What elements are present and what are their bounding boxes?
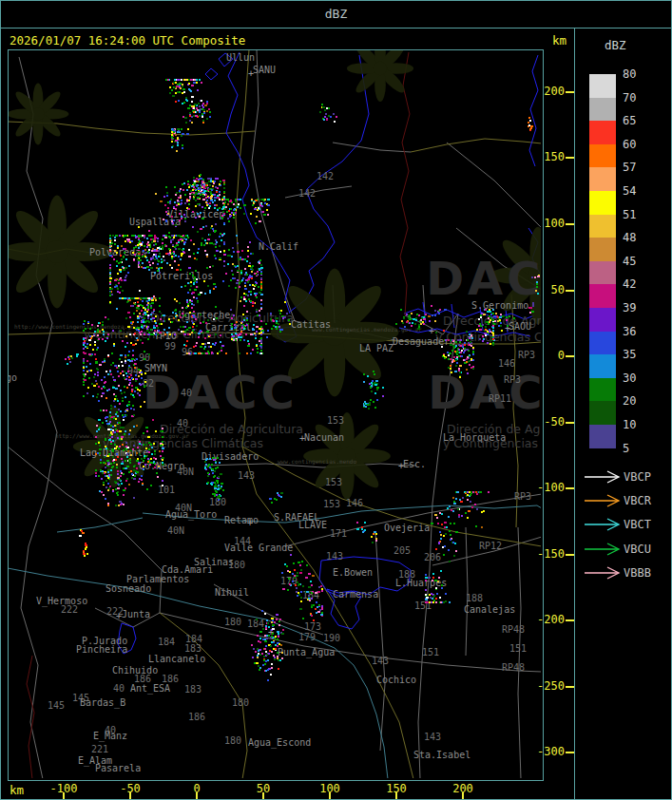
colorbar-value-label: 65: [623, 115, 655, 127]
map-place-label: Bardas_B: [80, 697, 125, 709]
radar-app-window: dBZ 2026/01/07 16:24:00 UTC Composite km…: [0, 0, 672, 800]
x-axis-tick-mark: [129, 792, 131, 799]
dacc-text-watermark: DACC: [426, 252, 541, 305]
map-place-label: Canalejas: [464, 604, 515, 615]
map-place-label: E.Bowen: [333, 567, 373, 578]
station-plus-marker: +: [247, 518, 253, 528]
map-place-label: Llancanelo: [148, 654, 205, 664]
map-route-number: 180: [224, 735, 241, 746]
map-place-label: Agua_Escond: [248, 737, 311, 749]
map-route-number: 143: [372, 656, 389, 666]
vector-legend-label: VBBB: [624, 566, 651, 580]
map-route-number: 188: [466, 593, 483, 603]
station-plus-marker: +: [398, 461, 404, 471]
map-place-label: Junta: [122, 609, 150, 619]
colorbar-title: dBZ: [605, 38, 626, 52]
map-route-number: 146: [498, 358, 515, 369]
map-route-number: 143: [326, 551, 343, 562]
right-axis-unit: km: [532, 33, 566, 48]
colorbar-value-label: 48: [623, 232, 655, 244]
map-route-number: 184: [158, 637, 175, 647]
x-axis-tick-mark: [395, 792, 397, 799]
colorbar-swatch: [589, 74, 616, 98]
station-plus-marker: +: [429, 326, 434, 336]
y-axis-tick-label: 0: [532, 350, 565, 362]
colorbar-value-label: 70: [623, 92, 655, 105]
map-route-number: 40: [181, 388, 192, 398]
y-axis-tick-label: -100: [532, 482, 565, 494]
station-plus-marker: +: [505, 323, 510, 333]
x-axis-tick-mark: [196, 792, 198, 799]
dacc-logo-watermark: [303, 412, 391, 500]
colorbar-swatch: [589, 215, 616, 238]
map-boundary-line: [466, 527, 468, 656]
map-boundary-line: [205, 68, 218, 80]
map-route-number: RP12: [479, 541, 502, 551]
dacc-text-watermark: DACC: [428, 366, 541, 419]
map-route-number: 151: [422, 647, 439, 657]
bottom-axis-unit: km: [10, 783, 24, 797]
vector-legend-label: VBCU: [624, 543, 651, 556]
timestamp-text: 2026/01/07 16:24:00 UTC Composite: [10, 33, 245, 48]
station-plus-marker: +: [116, 611, 122, 621]
vector-legend-label: VBCT: [624, 518, 651, 531]
map-place-label: Retamo: [224, 515, 259, 525]
map-route-number: 173: [304, 621, 321, 632]
map-route-number: 146: [346, 498, 363, 508]
colorbar-swatch: [589, 284, 616, 308]
map-place-label: Sta.Isabel: [413, 750, 470, 760]
vector-legend-label: VBCR: [624, 494, 651, 507]
window-title: dBZ: [0, 0, 672, 29]
y-axis-tick-mark: [566, 355, 574, 357]
map-route-number: 222: [61, 604, 78, 615]
map-place-label: La Horqueta: [443, 432, 506, 443]
vbcu-arrow-icon: [584, 543, 627, 556]
map-place-label: Ovejeria: [384, 523, 430, 533]
colorbar-value-label: 60: [623, 139, 655, 151]
colorbar-value-label: 35: [623, 349, 655, 361]
colorbar-swatch: [589, 121, 616, 144]
y-axis-tick-label: -300: [532, 746, 565, 758]
map-route-number: 183: [184, 684, 202, 695]
map-place-label: SANU: [253, 65, 276, 75]
map-place-label: Ugarteche: [179, 310, 230, 320]
map-route-number: 40: [113, 683, 125, 694]
vbcr-arrow-icon: [584, 494, 627, 507]
map-boundary-line: [19, 57, 57, 778]
map-route-number: 99: [164, 341, 176, 352]
x-axis-tick-mark: [462, 792, 464, 799]
map-route-number: 40N: [175, 503, 192, 513]
map-route-number: 190: [323, 633, 340, 643]
colorbar-value-label: 39: [623, 302, 655, 314]
colorbar-swatch: [589, 167, 616, 191]
y-axis-tick-mark: [566, 619, 574, 621]
map-route-number: 180: [228, 560, 245, 570]
colorbar-swatch: [589, 238, 616, 261]
map-route-number: RP3: [504, 374, 521, 385]
map-place-label: Nihuil: [215, 587, 249, 598]
map-boundary-line: [411, 139, 541, 152]
y-axis-tick-mark: [566, 422, 574, 424]
map-place-label: Pasarela: [95, 763, 141, 773]
colorbar-value-label: 57: [623, 162, 655, 174]
map-route-number: 96: [182, 347, 193, 357]
map-boundary-line: [529, 55, 538, 166]
map-route-number: 40N: [177, 467, 194, 477]
map-place-label: Pincheira: [76, 644, 127, 655]
map-boundary-line: [333, 143, 411, 152]
colorbar-swatch: [589, 332, 616, 355]
panel-divider: [574, 28, 575, 800]
map-boundary-line: [57, 518, 143, 532]
colorbar-value-label: 54: [623, 185, 655, 198]
map-route-number: 142: [298, 188, 316, 199]
map-place-label: LA PAZ: [359, 343, 394, 353]
map-route-number: RP11: [489, 393, 511, 404]
map-place-label: Punta_Agua: [278, 647, 335, 658]
map-route-number: 179: [298, 632, 316, 642]
station-plus-marker: +: [248, 68, 254, 79]
y-axis-tick-label: 100: [532, 218, 565, 230]
map-place-label: S.Geronimo: [471, 300, 528, 311]
colorbar-swatch: [589, 191, 616, 215]
colorbar-swatch: [589, 378, 616, 402]
map-place-label: SAOU: [509, 321, 531, 332]
